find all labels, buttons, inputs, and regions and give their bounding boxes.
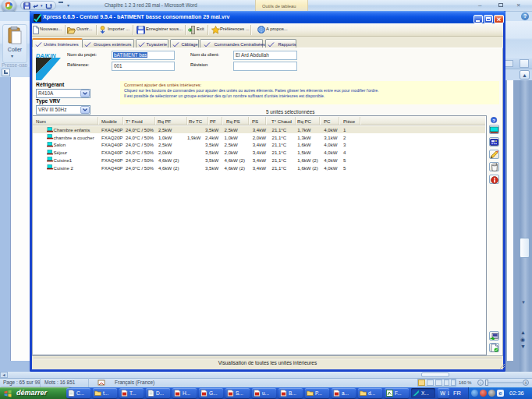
svg-text:W: W (440, 390, 445, 396)
svg-text:?: ? (492, 118, 495, 123)
